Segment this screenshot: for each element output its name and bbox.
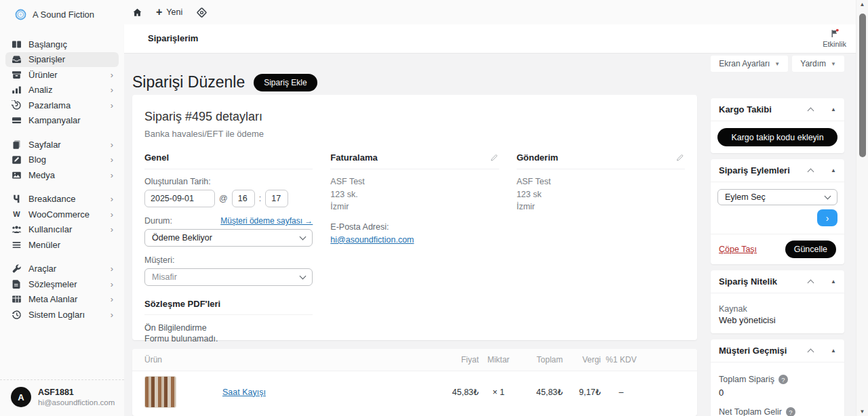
sidebar-item-araclar[interactable]: Araçlar › (5, 262, 119, 277)
chevron-right-icon: › (111, 194, 113, 203)
chevron-right-icon: › (111, 310, 113, 319)
row-total: 45,83₺ (518, 387, 563, 397)
scroll-down-arrow-icon[interactable]: ▼ (856, 409, 868, 415)
action-select[interactable]: Eylem Seç (717, 189, 837, 205)
activity-label: Etkinlik (823, 40, 846, 48)
screen-options-button[interactable]: Ekran Ayarları ▼ (711, 56, 788, 72)
source-value: Web yöneticisi (719, 315, 836, 325)
chevron-right-icon: › (826, 213, 829, 224)
sidebar-item-meta-alanlar[interactable]: Meta Alanlar › (5, 292, 119, 308)
product-link[interactable]: Saat Kayışı (222, 388, 266, 397)
contract-icon (11, 279, 22, 289)
apply-action-button[interactable]: › (817, 209, 837, 226)
order-attribution-panel: Sipariş Nitelik ▲ Kaynak Web yöneticisi (711, 270, 844, 333)
customer-select[interactable]: Misafir (144, 268, 313, 286)
image-icon (11, 170, 22, 180)
hour-input[interactable] (232, 190, 255, 207)
customer-payment-page-link[interactable]: Müşteri ödeme sayfası → (220, 216, 313, 226)
panel-order-toggle-icon[interactable]: ▲ (831, 278, 836, 285)
sidebar-item-menuler[interactable]: Menüler (5, 237, 119, 253)
collapse-chevron-icon[interactable] (808, 280, 814, 287)
col-product: Ürün (144, 355, 437, 365)
sidebar-item-sayfalar[interactable]: Sayfalar › (5, 137, 119, 152)
shipping-heading: Gönderim (517, 152, 558, 163)
help-icon[interactable]: ? (778, 375, 788, 384)
chevron-down-icon (300, 233, 307, 240)
sidebar-item-breakdance[interactable]: Breakdance › (5, 192, 119, 207)
order-attribution-title: Sipariş Nitelik (719, 276, 808, 287)
users-icon (11, 224, 22, 234)
billing-email-link[interactable]: hi@asoundfiction.com (330, 235, 414, 245)
inbox-icon (11, 54, 22, 64)
site-logo[interactable]: A Sound Fiction (0, 0, 124, 20)
general-heading: Genel (144, 152, 169, 163)
history-icon (11, 310, 22, 320)
date-input[interactable] (144, 190, 215, 207)
sidebar-item-blog[interactable]: Blog › (5, 152, 119, 168)
tab-siparislerim[interactable]: Siparişlerim (148, 33, 198, 43)
panel-order-toggle-icon[interactable]: ▲ (831, 167, 836, 173)
card-icon (11, 115, 22, 125)
chevron-down-icon (825, 192, 831, 199)
shipping-tracking-title: Kargo Takibi (719, 104, 808, 115)
customer-label: Müşteri: (144, 255, 313, 265)
col-total: Toplam (518, 355, 563, 365)
new-button[interactable]: + Yeni (156, 7, 182, 18)
scrollbar-thumb[interactable] (859, 14, 866, 157)
collapse-chevron-icon[interactable] (808, 349, 814, 356)
help-icon[interactable]: ? (786, 407, 795, 416)
sidebar-user[interactable]: A ASF1881 hi@asoundfiction.com (0, 379, 124, 416)
items-table-header: Ürün Fiyat Miktar Toplam Vergi %1 KDV (132, 349, 697, 371)
billing-heading: Faturalama (330, 152, 377, 163)
move-to-trash-link[interactable]: Çöpe Taşı (719, 245, 757, 254)
vertical-scrollbar[interactable]: ▲ ▼ (856, 0, 868, 416)
panel-order-toggle-icon[interactable]: ▲ (831, 106, 836, 112)
contract-note-1: Ön Bilgilendirme Formu bulunamadı. (144, 323, 226, 345)
col-kdv: %1 KDV (601, 355, 642, 365)
collapse-chevron-icon[interactable] (808, 169, 814, 175)
status-select[interactable]: Ödeme Bekliyor (144, 229, 313, 247)
archive-box-icon (11, 70, 22, 80)
logo-rings-icon (15, 9, 26, 20)
add-tracking-code-button[interactable]: Kargo takip kodu ekleyin (717, 128, 837, 146)
col-tax: Vergi (563, 355, 601, 365)
collapse-chevron-icon[interactable] (808, 108, 814, 115)
edit-billing-pencil-icon[interactable] (490, 153, 499, 162)
activity-button[interactable]: Etkinlik (823, 28, 846, 48)
net-revenue-label: Net Toplam Gelir (719, 407, 782, 416)
chevron-right-icon: › (111, 264, 113, 273)
sidebar-item-kampanyalar[interactable]: Kampanyalar (5, 113, 119, 129)
update-button[interactable]: Güncelle (785, 241, 836, 258)
shipping-tracking-panel: Kargo Takibi ▲ Kargo takip kodu ekleyin (711, 98, 844, 153)
sidebar-item-sistem-loglari[interactable]: Sistem Logları › (5, 307, 119, 323)
order-details-card: Sipariş #495 detayları Banka havalesi/EF… (132, 95, 697, 340)
sidebar-item-woocommerce[interactable]: W WooCommerce › (5, 207, 119, 222)
sidebar-item-kullanicilar[interactable]: Kullanıcılar › (5, 222, 119, 238)
sidebar-item-baslangic[interactable]: Başlangıç (5, 37, 119, 52)
chevron-down-icon: ▼ (831, 61, 836, 67)
sidebar-menu: Başlangıç Siparişler Ürünler › Analiz › … (0, 37, 124, 323)
sidebar-item-urunler[interactable]: Ürünler › (5, 67, 119, 83)
flag-icon (829, 28, 840, 39)
sidebar-item-sozlesmeler[interactable]: Sözleşmeler › (5, 276, 119, 292)
minute-input[interactable] (265, 190, 288, 207)
home-button[interactable] (132, 7, 142, 18)
sidebar-item-pazarlama[interactable]: Pazarlama › (5, 98, 119, 113)
col-qty: Miktar (479, 355, 518, 365)
admin-bar: + Yeni (132, 0, 208, 24)
home-icon (132, 7, 142, 18)
edit-shipping-pencil-icon[interactable] (676, 153, 685, 162)
help-button[interactable]: Yardım ▼ (792, 56, 844, 72)
sidebar-item-siparisler[interactable]: Siparişler (5, 52, 119, 68)
chevron-right-icon: › (111, 155, 113, 164)
sidebar-item-analiz[interactable]: Analiz › (5, 83, 119, 98)
row-qty: × 1 (479, 388, 518, 397)
panel-order-toggle-icon[interactable]: ▲ (831, 348, 836, 354)
add-order-button[interactable]: Sipariş Ekle (254, 74, 317, 91)
sidebar-item-medya[interactable]: Medya › (5, 167, 119, 183)
bar-chart-icon (11, 85, 22, 95)
breakdance-admin-button[interactable] (196, 7, 208, 18)
scroll-up-arrow-icon[interactable]: ▲ (856, 1, 868, 7)
row-kdv: – (601, 388, 642, 397)
user-email: hi@asoundfiction.com (38, 398, 115, 407)
